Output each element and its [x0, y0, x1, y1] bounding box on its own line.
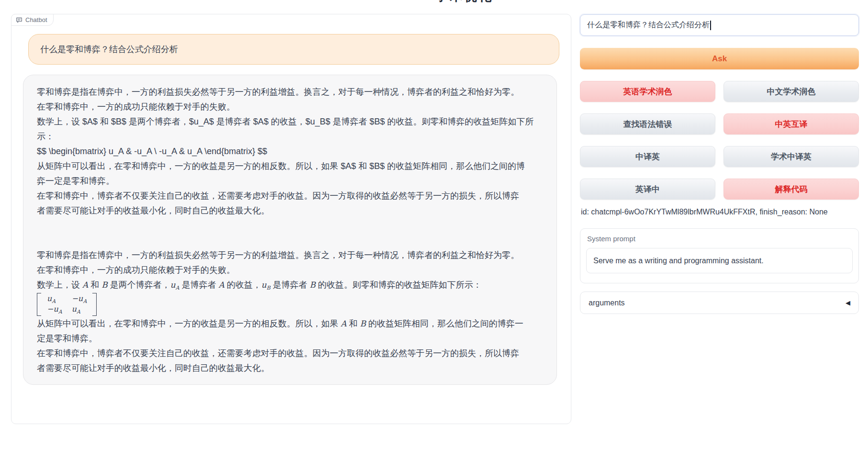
quick-action-button[interactable]: 解释代码: [723, 179, 859, 200]
math-symbol: −uA: [72, 294, 87, 304]
bot-message-bubble: 零和博弈是指在博弈中，一方的利益损失必然等于另一方的利益增益。换言之，对于每一种…: [23, 75, 557, 385]
prompt-input[interactable]: 什么是零和博弈？结合公式介绍分析: [580, 14, 859, 36]
quick-action-button[interactable]: 中译英: [580, 146, 715, 167]
chat-bubble-icon: [16, 17, 22, 23]
ask-button[interactable]: Ask: [580, 48, 859, 69]
system-prompt-input[interactable]: Serve me as a writing and programming as…: [586, 248, 853, 273]
chat-line: 者需要尽可能让对手的收益最小化，同时自己的收益最大化。: [37, 203, 543, 218]
prompt-input-value: 什么是零和博弈？结合公式介绍分析: [587, 20, 710, 30]
chat-line: 数学上，设 $A$ 和 $B$ 是两个博弈者，$u_A$ 是博弈者 $A$ 的收…: [37, 114, 543, 129]
payoff-matrix: uA−uA−uAuA: [37, 293, 97, 316]
text-caret: [710, 21, 711, 30]
chat-line: $$ \begin{bmatrix} u_A & -u_A \ -u_A & u…: [37, 144, 543, 159]
matrix-bracket-left: [37, 293, 41, 316]
chat-line: 零和博弈是指在博弈中，一方的利益损失必然等于另一方的利益增益。换言之，对于每一种…: [37, 248, 543, 263]
quick-action-button[interactable]: 学术中译英: [723, 146, 859, 167]
response-status-line: id: chatcmpl-6wOo7KrYTwMl89lbrMWRu4UkFFX…: [581, 207, 828, 217]
chat-line: 在零和博弈中，一方的成功只能依赖于对手的失败。: [37, 100, 543, 114]
accordion-collapse-icon: ◀: [846, 299, 850, 306]
math-symbol: A: [82, 280, 88, 290]
quick-action-button[interactable]: 查找语法错误: [580, 113, 715, 135]
paragraph-gap: [37, 218, 543, 248]
math-symbol: uB: [261, 280, 270, 290]
chat-line: 在零和博弈中，博弈者不仅要关注自己的收益，还需要考虑对手的收益。因为一方取得的收…: [37, 346, 543, 361]
math-symbol: B: [310, 280, 316, 290]
chat-line: 数学上，设 A 和 B 是两个博弈者，uA 是博弈者 A 的收益，uB 是博弈者…: [37, 278, 543, 292]
arguments-accordion-label: arguments: [589, 299, 625, 307]
user-message-text: 什么是零和博弈？结合公式介绍分析: [40, 44, 178, 55]
system-prompt-value: Serve me as a writing and programming as…: [593, 257, 764, 265]
chat-line: 在零和博弈中，博弈者不仅要关注自己的收益，还需要考虑对手的收益。因为一方取得的收…: [37, 189, 543, 203]
system-prompt-label: System prompt: [587, 235, 635, 243]
chatbot-panel: Chatbot 什么是零和博弈？结合公式介绍分析 零和博弈是指在博弈中，一方的利…: [11, 14, 571, 424]
matrix-row: uA−uA−uAuA: [37, 292, 543, 316]
math-symbol: B: [360, 319, 366, 328]
chat-line: 在零和博弈中，一方的成功只能依赖于对手的失败。: [37, 263, 543, 278]
math-symbol: B: [101, 280, 108, 290]
chat-line: 从矩阵中可以看出，在零和博弈中，一方的收益是另一方的相反数。所以，如果 $A$ …: [37, 159, 543, 174]
system-prompt-group: System prompt Serve me as a writing and …: [580, 228, 859, 283]
math-symbol: A: [219, 280, 224, 290]
math-symbol: A: [341, 319, 346, 328]
quick-actions-grid: 英语学术润色中文学术润色查找语法错误中英互译中译英学术中译英英译中解释代码: [580, 81, 859, 200]
quick-action-button[interactable]: 英译中: [580, 179, 715, 200]
math-symbol: uA: [47, 294, 56, 304]
page-title-clipped: 学术优化: [421, 0, 507, 4]
chat-line: 定是零和博弈。: [37, 331, 543, 346]
user-message-bubble: 什么是零和博弈？结合公式介绍分析: [28, 34, 559, 65]
chat-line: 零和博弈是指在博弈中，一方的利益损失必然等于另一方的利益增益。换言之，对于每一种…: [37, 85, 543, 100]
math-symbol: −uA: [47, 304, 62, 315]
chatbot-panel-label: Chatbot: [11, 14, 54, 26]
quick-action-button[interactable]: 中英互译: [723, 113, 859, 135]
chatbot-panel-label-text: Chatbot: [25, 16, 47, 23]
math-symbol: uA: [72, 304, 80, 315]
quick-action-button[interactable]: 英语学术润色: [580, 81, 715, 102]
chat-line: 示：: [37, 129, 543, 144]
arguments-accordion[interactable]: arguments ◀: [580, 292, 859, 314]
chat-line: 弈一定是零和博弈。: [37, 174, 543, 189]
matrix-cells: uA−uA−uAuA: [41, 293, 92, 316]
math-symbol: uA: [170, 280, 179, 290]
quick-action-button[interactable]: 中文学术润色: [723, 81, 859, 102]
chat-line: 从矩阵中可以看出，在零和博弈中，一方的收益是另一方的相反数。所以，如果 A 和 …: [37, 316, 543, 331]
matrix-bracket-right: [92, 293, 97, 316]
chat-line: 者需要尽可能让对手的收益最小化，同时自己的收益最大化。: [37, 361, 543, 376]
